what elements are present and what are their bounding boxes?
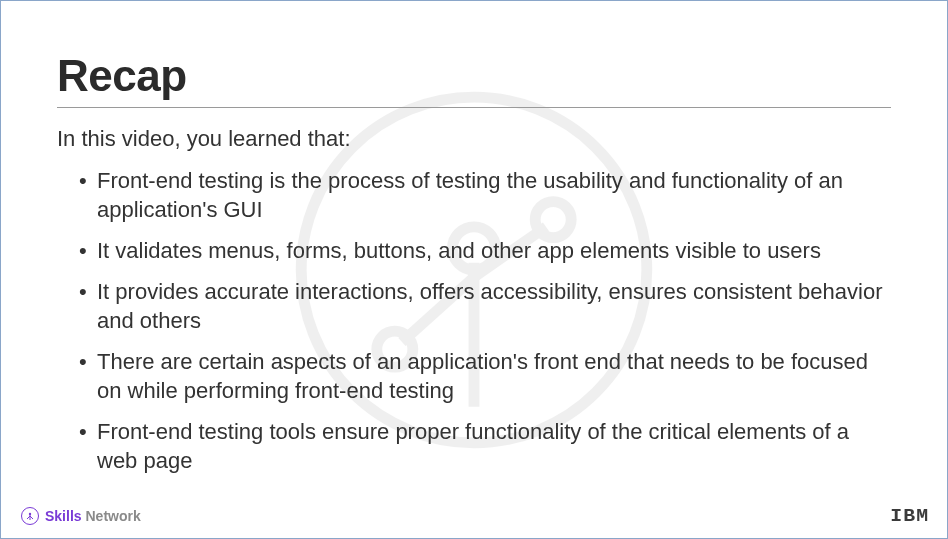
slide-title: Recap [57,51,891,108]
list-item: Front-end testing tools ensure proper fu… [79,417,891,475]
intro-text: In this video, you learned that: [57,126,891,152]
list-item: Front-end testing is the process of test… [79,166,891,224]
skills-network-logo: Skills Network [21,507,141,525]
list-item: It validates menus, forms, buttons, and … [79,236,891,265]
network-word: Network [85,508,140,524]
svg-point-7 [29,513,31,515]
ibm-logo: IBM [890,506,929,526]
list-item: There are certain aspects of an applicat… [79,347,891,405]
skills-network-icon [21,507,39,525]
bullet-list: Front-end testing is the process of test… [57,166,891,475]
list-item: It provides accurate interactions, offer… [79,277,891,335]
skills-network-text: Skills Network [45,508,141,524]
skills-word: Skills [45,508,82,524]
content-area: Recap In this video, you learned that: F… [1,1,947,475]
slide: Recap In this video, you learned that: F… [0,0,948,539]
footer: Skills Network IBM [21,506,927,526]
